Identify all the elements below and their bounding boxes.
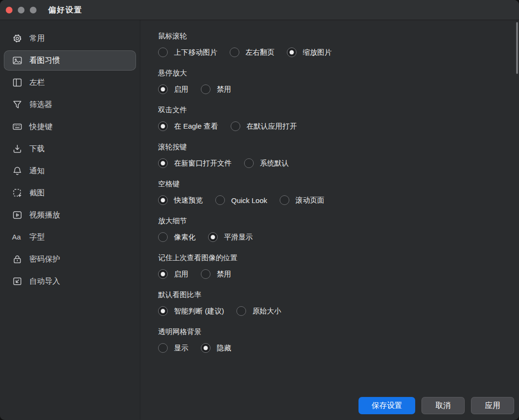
sidebar-item-11[interactable]: 密码保护 bbox=[4, 249, 136, 269]
radio-icon[interactable] bbox=[201, 84, 210, 94]
save-settings-button[interactable]: 保存设置 bbox=[358, 397, 415, 414]
radio-option[interactable]: 滚动页面 bbox=[280, 195, 324, 205]
sidebar-item-label: 左栏 bbox=[29, 78, 45, 88]
section-title: 记住上次查看图像的位置 bbox=[158, 253, 519, 263]
radio-icon[interactable] bbox=[158, 195, 168, 205]
sidebar-item-label: 快捷键 bbox=[29, 122, 52, 132]
radio-icon[interactable] bbox=[201, 269, 210, 279]
radio-icon[interactable] bbox=[215, 195, 225, 205]
radio-option-label: 禁用 bbox=[217, 85, 231, 94]
settings-section: 默认看图比率 智能判断 (建议) 原始大小 bbox=[158, 290, 519, 316]
window-body: 常用 看图习惯 左栏 筛选器 快捷键 下载 通知 截图 视频播放 Aa 字型 密… bbox=[0, 20, 519, 420]
radio-option[interactable]: 禁用 bbox=[201, 84, 231, 94]
footer-buttons: 保存设置 取消 应用 bbox=[358, 397, 514, 414]
sidebar-item-10[interactable]: Aa 字型 bbox=[4, 227, 136, 247]
radio-option[interactable]: 在 Eagle 查看 bbox=[158, 121, 218, 131]
radio-option[interactable]: 隐藏 bbox=[201, 343, 231, 353]
settings-content: 鼠标滚轮 上下移动图片 左右翻页 缩放图片 悬停放大 启用 禁用 双击文件 在 … bbox=[140, 20, 519, 420]
radio-option[interactable]: 在默认应用打开 bbox=[231, 121, 297, 131]
sidebar-item-9[interactable]: 视频播放 bbox=[4, 205, 136, 225]
traffic-lights bbox=[6, 7, 37, 13]
radio-option-label: 上下移动图片 bbox=[174, 48, 217, 57]
radio-icon[interactable] bbox=[201, 343, 210, 353]
sidebar-item-label: 下载 bbox=[29, 144, 45, 154]
sidebar-item-8[interactable]: 截图 bbox=[4, 183, 136, 203]
radio-icon[interactable] bbox=[231, 121, 240, 131]
radio-option[interactable]: 原始大小 bbox=[236, 306, 281, 316]
radio-icon[interactable] bbox=[244, 158, 254, 168]
radio-option-label: 像素化 bbox=[174, 233, 196, 242]
window-title: 偏好设置 bbox=[48, 0, 83, 20]
radio-icon[interactable] bbox=[158, 306, 168, 316]
radio-option[interactable]: 启用 bbox=[158, 269, 188, 279]
radio-icon[interactable] bbox=[287, 48, 297, 57]
maximize-window-button[interactable] bbox=[30, 7, 37, 13]
sidebar-item-3[interactable]: 左栏 bbox=[4, 72, 136, 93]
radio-icon[interactable] bbox=[236, 306, 246, 316]
section-title: 滚轮按键 bbox=[158, 143, 519, 152]
radio-group: 在 Eagle 查看 在默认应用打开 bbox=[158, 121, 519, 131]
sidebar-item-4[interactable]: 筛选器 bbox=[4, 95, 136, 115]
radio-option[interactable]: 缩放图片 bbox=[287, 48, 332, 57]
radio-icon[interactable] bbox=[158, 158, 168, 168]
settings-section: 透明网格背景 显示 隐藏 bbox=[158, 327, 519, 353]
radio-icon[interactable] bbox=[158, 269, 168, 279]
radio-option[interactable]: 平滑显示 bbox=[208, 232, 253, 242]
radio-option[interactable]: 禁用 bbox=[201, 269, 231, 279]
radio-option[interactable]: 快速预览 bbox=[158, 195, 203, 205]
radio-option-label: 智能判断 (建议) bbox=[174, 307, 224, 316]
radio-icon[interactable] bbox=[208, 232, 218, 242]
section-title: 透明网格背景 bbox=[158, 327, 519, 336]
settings-section: 放大细节 像素化 平滑显示 bbox=[158, 216, 519, 242]
minimize-window-button[interactable] bbox=[18, 7, 25, 13]
radio-option-label: 启用 bbox=[174, 85, 188, 94]
apply-button[interactable]: 应用 bbox=[471, 397, 514, 414]
radio-option[interactable]: 上下移动图片 bbox=[158, 48, 217, 57]
radio-icon[interactable] bbox=[158, 48, 168, 57]
radio-icon[interactable] bbox=[158, 343, 168, 353]
sidebar-item-label: 截图 bbox=[29, 188, 45, 198]
settings-sections: 鼠标滚轮 上下移动图片 左右翻页 缩放图片 悬停放大 启用 禁用 双击文件 在 … bbox=[158, 32, 519, 353]
radio-group: 启用 禁用 bbox=[158, 269, 519, 279]
section-title: 默认看图比率 bbox=[158, 290, 519, 300]
radio-group: 在新窗口打开文件 系统默认 bbox=[158, 158, 519, 168]
radio-icon[interactable] bbox=[158, 232, 168, 242]
radio-group: 启用 禁用 bbox=[158, 84, 519, 94]
radio-option-label: 禁用 bbox=[217, 270, 231, 279]
radio-option[interactable]: 启用 bbox=[158, 84, 188, 94]
radio-option[interactable]: 显示 bbox=[158, 343, 188, 353]
radio-option-label: 隐藏 bbox=[217, 344, 231, 353]
radio-icon[interactable] bbox=[158, 84, 168, 94]
keyboard-icon bbox=[11, 120, 24, 133]
sidebar-item-12[interactable]: 自动导入 bbox=[4, 271, 136, 291]
radio-option[interactable]: 像素化 bbox=[158, 232, 196, 242]
sidebar-item-6[interactable]: 下载 bbox=[4, 139, 136, 159]
sidebar-item-1[interactable]: 常用 bbox=[4, 28, 136, 48]
radio-icon[interactable] bbox=[280, 195, 289, 205]
sidebar-item-2[interactable]: 看图习惯 bbox=[4, 50, 136, 71]
radio-option-label: 在新窗口打开文件 bbox=[174, 159, 232, 168]
cancel-button[interactable]: 取消 bbox=[421, 397, 465, 414]
sidebar-item-label: 密码保护 bbox=[29, 254, 60, 264]
svg-text:Aa: Aa bbox=[12, 233, 21, 241]
radio-icon[interactable] bbox=[230, 48, 239, 57]
radio-option-label: 系统默认 bbox=[260, 159, 289, 168]
close-window-button[interactable] bbox=[6, 7, 12, 13]
settings-section: 滚轮按键 在新窗口打开文件 系统默认 bbox=[158, 143, 519, 168]
scrollbar-thumb[interactable] bbox=[516, 22, 518, 74]
settings-section: 鼠标滚轮 上下移动图片 左右翻页 缩放图片 bbox=[158, 32, 519, 57]
radio-option[interactable]: 左右翻页 bbox=[230, 48, 274, 57]
sidebar-item-label: 常用 bbox=[29, 34, 45, 44]
radio-option[interactable]: 在新窗口打开文件 bbox=[158, 158, 232, 168]
sidebar-item-7[interactable]: 通知 bbox=[4, 161, 136, 181]
radio-option[interactable]: Quick Look bbox=[215, 195, 267, 205]
gear-icon bbox=[11, 32, 24, 45]
sidebar-item-5[interactable]: 快捷键 bbox=[4, 117, 136, 137]
left-panel-icon bbox=[11, 76, 24, 89]
radio-option[interactable]: 智能判断 (建议) bbox=[158, 306, 224, 316]
radio-option-label: 在 Eagle 查看 bbox=[174, 122, 218, 131]
radio-option[interactable]: 系统默认 bbox=[244, 158, 289, 168]
section-title: 空格键 bbox=[158, 180, 519, 189]
radio-option-label: 原始大小 bbox=[252, 307, 281, 316]
radio-icon[interactable] bbox=[158, 121, 168, 131]
